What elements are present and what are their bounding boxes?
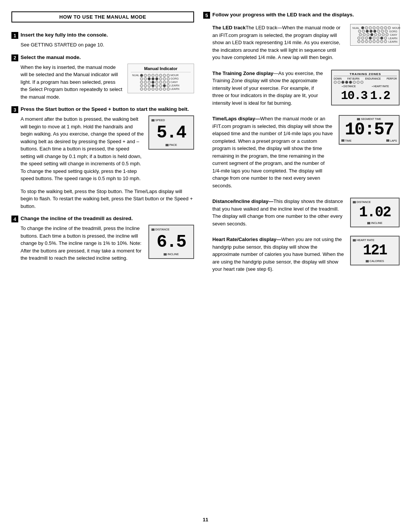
laps-label: LAPS [390,139,397,142]
step3-body-area: A moment after the button is pressed, th… [11,115,194,182]
led-dot [385,30,388,33]
led-dot [386,33,389,36]
led-dot [373,37,376,40]
step4-number: 4 [11,216,18,222]
speed-tag-icon [151,119,155,121]
led-track-label-cany: CANY [390,34,397,36]
led-dot [365,37,368,40]
heart-rate-text: Heart Rate/Calories display—When you are… [212,236,345,273]
led-dot [163,77,166,80]
tz-label-perfor: PERFOR [387,77,397,80]
step5-heading: 5 Follow your progress with the LED trac… [203,11,400,19]
led-dot [167,77,170,80]
step1-title: Insert the key fully into the console. [21,32,108,38]
led-dot [167,84,170,87]
heart-rate-bold: Heart Rate/Calories display— [212,236,281,242]
led-row-4: LEARN [131,84,191,87]
hr-number: 121 [353,243,397,258]
time-laps-desc: When the manual mode or an iFIT.com prog… [212,116,333,189]
step2-text: When the key is inserted, the manual mod… [21,64,123,101]
led-circles-1 [140,74,170,77]
led-dot [140,84,143,87]
distance-label-tag: DISTANCE [151,228,169,231]
led-track-panel: NUAL MOUR [350,24,400,46]
led-dot [376,40,379,43]
led-dot [378,33,381,36]
led-dot [365,40,368,43]
tz-sublabel-distance: ▪ DISTANCE [342,85,356,88]
led-dot [377,30,380,33]
led-track-row2: GORG [352,30,397,33]
incline-tag-icon [164,253,167,256]
led-dot [151,84,155,87]
incline2-tag-icon [367,222,370,224]
step1-block: 1 Insert the key fully into the console.… [11,32,194,49]
dist-bottom-label: INCLINE [353,221,397,225]
led-dot [357,40,360,43]
step1-heading: 1 Insert the key fully into the console. [11,32,194,39]
hr-tag-text: HEART RATE [357,238,374,242]
led-dot [155,77,158,80]
led-panel: NUAL MOUR [131,74,191,91]
tz-sublabel-heartrate: ▪ HEART RATE [372,85,389,88]
led-dot [155,84,158,87]
led-dot [361,26,364,29]
led-circles-3 [140,81,170,84]
step4-body-area: To change the incline of the treadmill, … [11,225,194,262]
led-track-section: The LED trackThe LED track—When the manu… [203,24,400,61]
time-laps-bottom: TIME LAPS [341,139,397,142]
incline-number: 6.5 [151,233,191,251]
led-dot [370,33,373,36]
step4-text: To change the incline of the treadmill, … [21,225,144,262]
step1-body: See GETTING STARTED on page 10. [11,41,194,49]
time-laps-text: Time/Laps display—When the manual mode o… [212,115,333,189]
time-laps-number: 10:57 [341,121,397,139]
led-dot [382,33,385,36]
led-circles-2 [140,77,170,80]
led-dot [366,33,370,36]
led-track-dots3 [359,33,389,36]
led-dot [384,37,387,40]
incline-label-text: INCLINE [167,252,179,256]
led-track-row5: LEARN [352,40,397,43]
led-dot [365,26,368,29]
tz-sublabels: ▪ DISTANCE ▪ HEART RATE [334,85,397,88]
tz-numbers: 10.3 1.2 [334,89,397,103]
led-dot [148,81,151,84]
dist-incline-bold: Distance/Incline display— [212,198,273,204]
step2-body-with-image: When the key is inserted, the manual mod… [11,64,194,101]
tz-dot [345,81,348,84]
step4-block: 4 Change the incline of the treadmill as… [11,215,194,262]
step2-title: Select the manual mode. [21,54,81,61]
time-laps-inner: Time/Laps display—When the manual mode o… [212,115,400,189]
led-track-bold: The LED track [212,25,245,30]
tz-dot [338,81,341,84]
pace-label-text: PACE [169,143,177,147]
heart-rate-section: Heart Rate/Calories display—When you are… [203,236,400,273]
step3-block: 3 Press the Start button or the Speed + … [11,106,194,210]
led-track-label-learn1: LEARN [389,37,397,40]
led-track-row3: CANY [352,33,397,36]
dist-tag-icon [353,201,356,203]
page-container: HOW TO USE THE MANUAL MODE 1 Insert the … [0,0,411,532]
step5-number: 5 [203,12,210,19]
led-track-dots4 [357,37,387,40]
hr-tag: HEART RATE [353,238,374,242]
led-dot [151,88,155,91]
step3-heading: 3 Press the Start button or the Speed + … [11,106,194,113]
led-dot [163,81,166,84]
led-track-label-learn2: LEARN [389,40,397,43]
incline-top-labels: DISTANCE [151,228,191,231]
led-track-dots1 [361,26,391,29]
led-label-mour: MOUR [170,74,181,77]
training-zone-display: TRAINING ZONES DOWN FAT BURN ENDURANCE P… [331,70,400,105]
led-dot [380,26,383,29]
speed-label-tag: SPEED [151,118,165,122]
led-dot [144,84,147,87]
incline-bottom-label: INCLINE [151,252,191,256]
tz-dot [360,81,363,84]
led-track-label-nual: NUAL [352,27,360,29]
led-dot [163,74,166,77]
tz-label-endurance: ENDURANCE [365,77,381,80]
led-row-5: LEARN [131,88,191,91]
